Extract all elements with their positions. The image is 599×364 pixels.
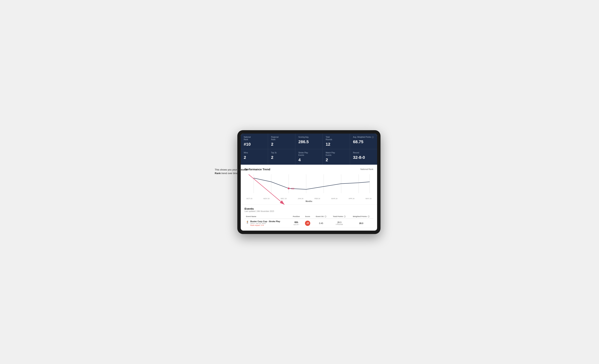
col-event-sg: Event SG i — [313, 214, 330, 219]
event-icon: 🏌 — [246, 221, 249, 224]
event-rank-impact: Rank Impact: 3 ▼ — [250, 224, 280, 226]
chart-svg: #10 — [245, 172, 373, 197]
svg-point-10 — [288, 187, 290, 189]
stat-wins: Wins 2 — [241, 149, 268, 165]
performance-chart: #10 — [245, 172, 373, 197]
annotation-text: This shows you your National Rank trend … — [215, 168, 249, 175]
chart-x-labels: OCT 23 NOV 23 DEC 23 JAN 24 FEB 24 MAR 2… — [245, 198, 373, 200]
col-position: Position — [290, 214, 302, 219]
event-name-cell: 🏌 Buster Cozy Cup - Stroke Play Oct 9 - … — [245, 219, 290, 228]
stat-avg-weighted-points: Avg. Weighted Points i 68.75 — [350, 133, 377, 149]
tablet-screen: NationalRank #10 RegionalRank 2 Scoring … — [241, 133, 377, 231]
svg-text:#10: #10 — [291, 187, 294, 189]
table-row: 🏌 Buster Cozy Cup - Stroke Play Oct 9 - … — [245, 219, 373, 228]
event-total-points: 28.3 3 Rounds — [330, 219, 349, 228]
events-table-header-row: Event Name Position Score Event SG i Tot… — [245, 214, 373, 219]
col-weighted-points: Weighted Points i — [349, 214, 373, 219]
events-last-updated: Last updated: 24th November 2023 — [245, 210, 373, 212]
chart-axis-label: Months — [245, 200, 373, 202]
events-title: Events — [245, 207, 373, 210]
stat-national-rank: NationalRank #10 — [241, 133, 268, 149]
col-score: Score — [302, 214, 313, 219]
stats-row-2: Wins 2 Top 3s 2 Stroke PlayEvents 4 Matc… — [241, 149, 377, 165]
event-sg: 0.45 — [313, 219, 330, 228]
stat-record: Record 32-8-0 — [350, 149, 377, 165]
stats-row-1: NationalRank #10 RegionalRank 2 Scoring … — [241, 133, 377, 149]
stat-regional-rank: RegionalRank 2 — [268, 133, 295, 149]
info-icon-total-points: i — [344, 215, 346, 217]
stat-stroke-play-events: Stroke PlayEvents 4 — [295, 149, 323, 165]
event-date: Oct 9 - Oct 10, 2023 — [250, 222, 280, 224]
info-icon-weighted-points: i — [368, 215, 370, 217]
info-icon-avg-weighted: i — [372, 136, 374, 138]
stat-match-play-events: Match PlayEvents 2 — [323, 149, 350, 165]
col-total-points: Total Points i — [330, 214, 349, 219]
stat-scoring-avg: Scoring Avg. 286.5 — [295, 133, 323, 149]
col-event-name: Event Name — [245, 214, 290, 219]
score-badge: -22 — [305, 221, 310, 226]
events-table: Event Name Position Score Event SG i Tot… — [245, 214, 373, 228]
event-score: -22 — [302, 219, 313, 228]
stats-header: NationalRank #10 RegionalRank 2 Scoring … — [241, 133, 377, 165]
events-section: Events Last updated: 24th November 2023 … — [241, 204, 377, 231]
stat-total-rounds: TotalRounds 12 — [323, 133, 350, 149]
event-weighted-points: 28.3 — [349, 219, 373, 228]
perf-legend: National Rank — [360, 168, 373, 170]
event-position: 6th out of 7 — [290, 219, 302, 228]
performance-section: Performance Trend National Rank — [241, 165, 377, 204]
event-name: Buster Cozy Cup - Stroke Play — [250, 220, 280, 222]
stat-top3s: Top 3s 2 — [268, 149, 295, 165]
tablet-device: NationalRank #10 RegionalRank 2 Scoring … — [237, 130, 380, 234]
perf-header: Performance Trend National Rank — [245, 168, 373, 171]
info-icon-event-sg: i — [325, 215, 326, 217]
